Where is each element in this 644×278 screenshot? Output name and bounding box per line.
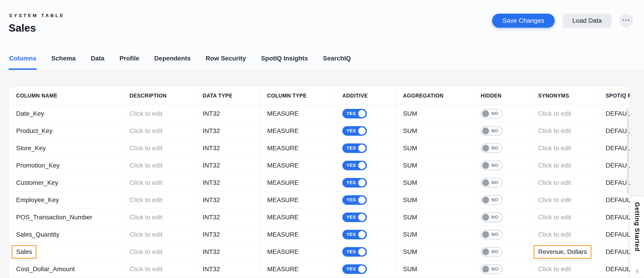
cell-description-text[interactable]: Click to edit [130, 196, 162, 204]
cell-spotiq-preference-cell: DEFAULT [598, 105, 630, 122]
load-data-button[interactable]: Load Data [563, 14, 611, 28]
cell-synonyms-cell[interactable]: Click to edit [531, 226, 598, 243]
cell-description-cell[interactable]: Click to edit [122, 209, 195, 226]
cell-synonyms-cell[interactable]: Click to edit [531, 105, 598, 122]
hidden-toggle[interactable]: NO [481, 178, 502, 187]
cell-synonyms-text[interactable]: Click to edit [538, 110, 571, 117]
hidden-toggle[interactable]: NO [481, 247, 502, 257]
toggle-label: YES [346, 111, 356, 116]
hidden-toggle[interactable]: NO [481, 212, 502, 222]
cell-description-cell[interactable]: Click to edit [122, 105, 195, 122]
cell-synonyms-cell[interactable]: Click to edit [531, 122, 598, 140]
toggle-label: NO [491, 128, 498, 133]
cell-description-text[interactable]: Click to edit [130, 214, 162, 221]
collapse-chevron-icon[interactable]: ‹ [636, 266, 639, 275]
cell-description-cell[interactable]: Click to edit [122, 226, 195, 243]
cell-column-name-cell: Customer_Key [9, 174, 122, 191]
cell-aggregation-cell: SUM [396, 209, 474, 226]
cell-description-cell[interactable]: Click to edit [122, 140, 195, 157]
cell-description-cell[interactable]: Click to edit [122, 243, 195, 260]
additive-toggle[interactable]: YES [342, 230, 367, 239]
cell-synonyms-text[interactable]: Click to edit [538, 196, 571, 204]
cell-description-cell[interactable]: Click to edit [122, 260, 195, 278]
additive-toggle[interactable]: YES [342, 195, 367, 205]
cell-synonyms-text[interactable]: Click to edit [538, 179, 571, 186]
cell-description-text[interactable]: Click to edit [130, 231, 162, 238]
cell-synonyms-text[interactable]: Click to edit [538, 231, 571, 238]
cell-spotiq-preference-cell: DEFAULT [598, 174, 630, 191]
hidden-toggle-cell: NO [474, 157, 531, 174]
cell-synonyms-text[interactable]: Click to edit [538, 162, 571, 169]
toggle-label: YES [346, 232, 356, 237]
cell-description-text[interactable]: Click to edit [130, 265, 162, 273]
additive-toggle-cell: YES [335, 226, 396, 243]
toggle-knob [358, 127, 366, 135]
cell-synonyms-cell[interactable]: Click to edit [531, 174, 598, 191]
cell-synonyms-cell[interactable]: Click to edit [531, 260, 598, 278]
cell-description-text[interactable]: Click to edit [130, 110, 162, 117]
cell-column-type-cell: MEASURE [260, 209, 335, 226]
hidden-toggle-cell: NO [474, 191, 531, 209]
hidden-toggle[interactable]: NO [481, 109, 502, 118]
additive-toggle[interactable]: YES [342, 161, 367, 170]
hidden-toggle[interactable]: NO [481, 230, 502, 239]
save-changes-button[interactable]: Save Changes [492, 14, 555, 28]
additive-toggle[interactable]: YES [342, 126, 367, 136]
hidden-toggle[interactable]: NO [481, 161, 502, 170]
cell-description-cell[interactable]: Click to edit [122, 191, 195, 209]
cell-column-name-text: Cost_Dollar_Amount [16, 265, 75, 273]
vertical-scrollbar[interactable] [627, 108, 629, 194]
tab-spotiq-insights[interactable]: SpotIQ Insights [260, 55, 308, 70]
additive-toggle[interactable]: YES [342, 212, 367, 222]
more-options-button[interactable]: ··· [620, 14, 633, 28]
top-header: SYSTEM TABLE Sales Save Changes Load Dat… [0, 0, 644, 70]
additive-toggle[interactable]: YES [342, 264, 367, 274]
cell-synonyms-highlighted[interactable]: Revenue, Dollars [534, 245, 592, 259]
hidden-toggle[interactable]: NO [481, 126, 502, 136]
cell-aggregation-text: SUM [403, 179, 417, 186]
cell-description-cell[interactable]: Click to edit [122, 157, 195, 174]
tab-searchiq[interactable]: SearchIQ [322, 55, 352, 70]
tab-schema[interactable]: Schema [51, 55, 76, 70]
tab-profile[interactable]: Profile [119, 55, 140, 70]
tab-data[interactable]: Data [90, 55, 105, 70]
cell-synonyms-cell[interactable]: Click to edit [531, 140, 598, 157]
cell-synonyms-text[interactable]: Click to edit [538, 214, 571, 221]
cell-aggregation-cell: SUM [396, 140, 474, 157]
cell-description-text[interactable]: Click to edit [130, 179, 162, 186]
cell-description-cell[interactable]: Click to edit [122, 174, 195, 191]
cell-synonyms-text[interactable]: Click to edit [538, 265, 571, 273]
cell-description-text[interactable]: Click to edit [130, 248, 162, 255]
cell-description-cell[interactable]: Click to edit [122, 122, 195, 140]
cell-column-name-cell: Sales [9, 243, 122, 260]
additive-toggle[interactable]: YES [342, 178, 367, 187]
additive-toggle[interactable]: YES [342, 247, 367, 257]
hidden-toggle[interactable]: NO [481, 143, 502, 153]
additive-toggle[interactable]: YES [342, 143, 367, 153]
cell-aggregation-text: SUM [403, 162, 417, 169]
cell-description-text[interactable]: Click to edit [130, 127, 162, 135]
hidden-toggle[interactable]: NO [481, 195, 502, 205]
cell-column-type-text: MEASURE [267, 231, 298, 238]
cell-synonyms-cell[interactable]: Click to edit [531, 209, 598, 226]
cell-spotiq-preference-text: DEFAULT [606, 248, 630, 255]
cell-synonyms-cell[interactable]: Click to edit [531, 157, 598, 174]
cell-column-name-text: Employee_Key [16, 196, 59, 204]
cell-spotiq-preference-text: DEFAULT [606, 196, 630, 204]
tab-row-security[interactable]: Row Security [205, 55, 246, 70]
hidden-toggle[interactable]: NO [481, 264, 502, 274]
cell-description-text[interactable]: Click to edit [130, 145, 162, 152]
toggle-knob [358, 265, 366, 273]
additive-toggle-cell: YES [335, 105, 396, 122]
tab-columns[interactable]: Columns [9, 55, 37, 70]
cell-synonyms-text[interactable]: Click to edit [538, 145, 571, 152]
cell-synonyms-text[interactable]: Click to edit [538, 127, 571, 135]
tab-dependents[interactable]: Dependents [154, 55, 191, 70]
cell-aggregation-cell: SUM [396, 243, 474, 260]
cell-description-text[interactable]: Click to edit [130, 162, 162, 169]
cell-synonyms-cell[interactable]: Click to edit [531, 191, 598, 209]
cell-aggregation-text: SUM [403, 145, 417, 152]
cell-synonyms-cell[interactable]: Revenue, Dollars [531, 243, 598, 260]
getting-started-panel[interactable]: Getting Started ‹ [630, 196, 644, 278]
additive-toggle[interactable]: YES [342, 109, 367, 118]
